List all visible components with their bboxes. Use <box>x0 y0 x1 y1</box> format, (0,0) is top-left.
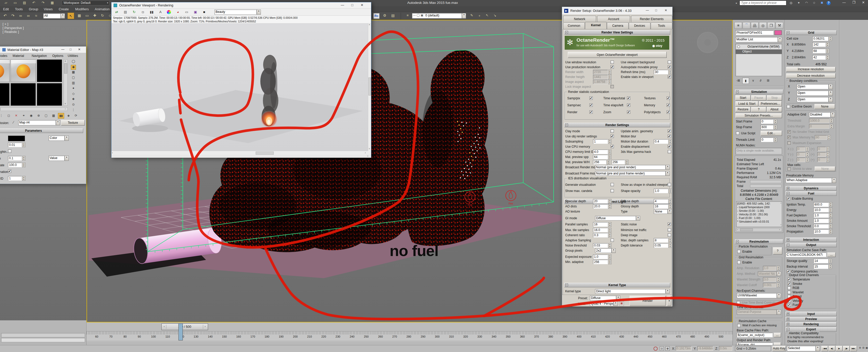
maxscript-listener-line1[interactable] <box>1 333 85 337</box>
tab-network[interactable]: Network <box>563 16 596 22</box>
exchange-icon[interactable]: ✖ <box>819 1 825 5</box>
timebend-method-dropdown[interactable]: General-Purpose▾ <box>737 310 781 315</box>
spinner[interactable]: ▲▼ <box>22 156 26 161</box>
zoom-region-icon[interactable]: ⊞ <box>862 346 865 351</box>
cache-hscrollbar[interactable]: ‹› <box>736 228 782 232</box>
open-octane-viewport-button[interactable]: Open OctaneRender viewport <box>568 52 666 58</box>
assign-material-icon[interactable]: ◻ <box>6 113 12 119</box>
threshold-field[interactable]: 1000.0 <box>809 118 830 123</box>
parallel-samples-field[interactable]: 16 <box>593 222 608 227</box>
no-smaller-checkbox[interactable]: ✔ <box>787 130 791 133</box>
menu-views[interactable]: Views <box>44 7 53 11</box>
rollout-toggle-icon[interactable]: + <box>787 187 789 190</box>
min-adaptive-field[interactable]: 256 <box>593 260 608 264</box>
search-expand-icon[interactable]: ▸ <box>736 2 737 4</box>
samp-pix-checkbox[interactable]: ✔ <box>589 96 593 100</box>
mat-slots-vscrollbar[interactable]: ˄˅ <box>64 59 68 106</box>
key-icon[interactable]: ✦ <box>796 1 802 5</box>
render-button[interactable]: Render <box>629 296 665 306</box>
enable-displacement-checkbox[interactable]: ✔ <box>668 145 671 148</box>
video-color-check-icon[interactable]: ▥ <box>71 81 76 86</box>
time-elaps-total-checkbox[interactable]: ✔ <box>627 96 630 100</box>
window-crossing-icon[interactable]: ▭ <box>84 13 90 19</box>
dropdown-arrow-icon[interactable]: ▾ <box>257 9 261 15</box>
spinner[interactable]: ▲▼ <box>608 233 612 237</box>
modifier-list-dropdown[interactable]: Modifier List▾ <box>735 37 782 42</box>
material-map-navigator-icon[interactable]: ⊙ <box>71 103 76 107</box>
channel-temperature-checkbox[interactable]: ✔ <box>787 278 791 281</box>
clay-mode-checkbox[interactable] <box>611 129 614 133</box>
spinner[interactable]: ▲▼ <box>826 152 830 157</box>
expansion-field[interactable]: 0 <box>797 152 805 157</box>
scroll-right-icon[interactable]: › <box>365 151 366 154</box>
camera-icon[interactable]: ▣ <box>192 9 198 15</box>
material-slot[interactable] <box>0 59 9 82</box>
selected-set-dropdown[interactable]: Selected▾ <box>787 346 820 351</box>
dropdown-arrow-icon[interactable]: ▾ <box>462 13 466 19</box>
redo-icon[interactable]: ↷ <box>40 1 46 5</box>
scroll-thumb[interactable] <box>0 108 1 110</box>
scroll-up-icon[interactable]: ˄ <box>369 24 370 26</box>
scroll-down-icon[interactable]: ˅ <box>65 102 66 105</box>
dropdown-arrow-icon[interactable]: ▾ <box>665 289 670 294</box>
octane-hscrollbar[interactable]: ‹› <box>112 151 368 155</box>
text-overlay-icon[interactable]: A <box>157 9 163 15</box>
param-distribution-field[interactable]: 0.1 <box>8 156 22 161</box>
dropdown-arrow-icon[interactable]: ▾ <box>816 346 820 351</box>
spinner[interactable]: ▲▼ <box>829 264 832 269</box>
spinner[interactable]: ▲▼ <box>777 266 780 270</box>
background-icon[interactable]: ▦ <box>71 70 76 75</box>
time-slider[interactable]: ‹119 / 500› <box>161 323 208 330</box>
dropdown-arrow-icon[interactable]: ▾ <box>612 248 616 253</box>
spinner[interactable]: ▲▼ <box>669 199 672 203</box>
stack-item-object[interactable]: Object <box>736 50 782 54</box>
play-button[interactable]: ▶ <box>836 346 842 351</box>
threads-limit-field[interactable]: 0 <box>761 137 774 142</box>
motion-blur-checkbox[interactable]: ✔ <box>668 135 671 138</box>
param-sampling-rate-field[interactable]: 100.0 <box>8 163 22 167</box>
undo-icon[interactable]: ↶ <box>30 1 37 5</box>
max-memory-field[interactable]: 90 <box>815 135 827 140</box>
wavelet-strength-field[interactable]: 3.0 <box>763 277 776 282</box>
workspace-dropdown[interactable]: Workspace: Default▾ <box>62 1 110 5</box>
help-icon[interactable]: ? <box>827 1 831 5</box>
sample-uv-icon[interactable]: ▮▮ <box>58 113 64 119</box>
render-classic-icon[interactable]: Rc <box>373 13 379 19</box>
dropdown-arrow-icon[interactable]: ▾ <box>777 310 781 315</box>
mat-preview-spp-field[interactable]: 64 <box>593 155 608 159</box>
depth-tolerance-field[interactable]: 0.05 <box>654 243 668 248</box>
sim-restore-button[interactable]: Restore <box>735 107 751 112</box>
spinner[interactable]: ▲▼ <box>669 189 672 193</box>
memory-checkbox[interactable]: ✔ <box>666 103 670 107</box>
time-elaps-left-checkbox[interactable]: ✔ <box>627 103 630 107</box>
render-view-settings-bar[interactable]: Render View Settings− <box>564 30 670 35</box>
edit-script-button[interactable]: Edit... <box>761 131 782 136</box>
expected-exposure-field[interactable]: 1.0 <box>593 254 608 259</box>
sample-type-icon[interactable]: ◯ <box>71 59 76 64</box>
parameters-rollout-bar[interactable]: Parameters− <box>0 128 83 133</box>
spinner[interactable]: ▲▼ <box>608 228 612 232</box>
preset-dropdown[interactable]: Diffuse▾ <box>590 296 620 300</box>
use-viewport-backgound-checkbox[interactable] <box>668 61 671 64</box>
spinner[interactable]: ▲▼ <box>607 160 610 164</box>
link-icon[interactable]: ∞ <box>18 13 24 19</box>
pick-layer-icon[interactable]: ↘ <box>492 13 498 19</box>
spinner[interactable]: ▲▼ <box>774 125 777 129</box>
decrease-resolution-button[interactable]: Decrease resolution <box>786 73 836 78</box>
param-surface-brightn-checkbox[interactable] <box>8 150 11 153</box>
rollout-toggle-icon[interactable]: − <box>565 124 568 126</box>
isolate-icon[interactable] <box>653 347 658 351</box>
spinner[interactable]: ▲▼ <box>777 277 780 282</box>
select-by-layer-icon[interactable]: ↖ <box>484 13 490 19</box>
dropdown-arrow-icon[interactable]: ▾ <box>665 171 670 176</box>
dropdown-arrow-icon[interactable]: ▾ <box>777 293 781 298</box>
spinner[interactable]: ▲▼ <box>774 137 777 142</box>
texture-swatch[interactable] <box>8 136 25 141</box>
channel-smoke-checkbox[interactable]: ✔ <box>787 282 791 286</box>
menu-create[interactable]: Create <box>59 7 69 11</box>
scroll-thumb[interactable] <box>740 228 753 231</box>
tab-camera[interactable]: Camera <box>607 22 628 29</box>
eyedropper-icon[interactable]: ∕ <box>13 120 14 124</box>
mat-menu-navigation[interactable]: Navigation <box>32 54 47 58</box>
minimize-button[interactable]: — <box>60 47 66 52</box>
